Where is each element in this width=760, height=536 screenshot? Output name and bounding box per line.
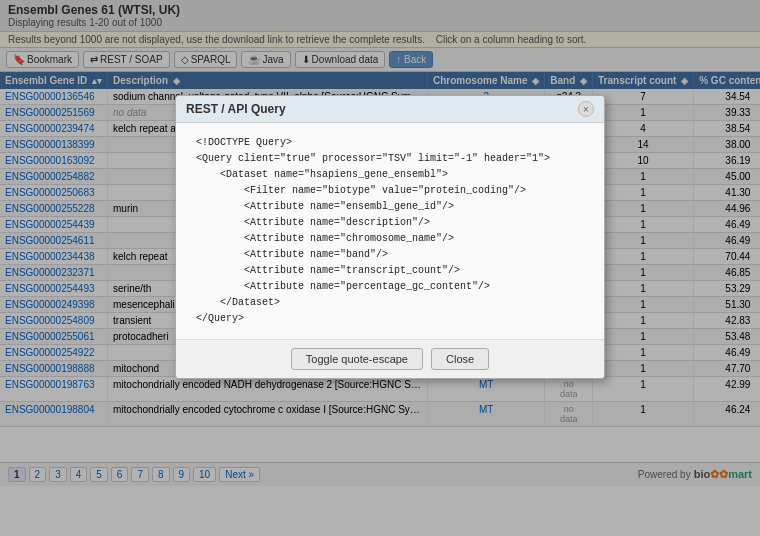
modal-close-btn[interactable]: Close xyxy=(431,348,489,370)
modal-overlay: REST / API Query × <!DOCTYPE Query> <Que… xyxy=(0,0,760,536)
modal-title: REST / API Query xyxy=(186,102,286,116)
rest-api-modal: REST / API Query × <!DOCTYPE Query> <Que… xyxy=(175,95,605,379)
modal-close-button[interactable]: × xyxy=(578,101,594,117)
toggle-quote-button[interactable]: Toggle quote-escape xyxy=(291,348,423,370)
modal-header: REST / API Query × xyxy=(176,96,604,123)
modal-body: <!DOCTYPE Query> <Query client="true" pr… xyxy=(176,123,604,339)
modal-footer: Toggle quote-escape Close xyxy=(176,339,604,378)
